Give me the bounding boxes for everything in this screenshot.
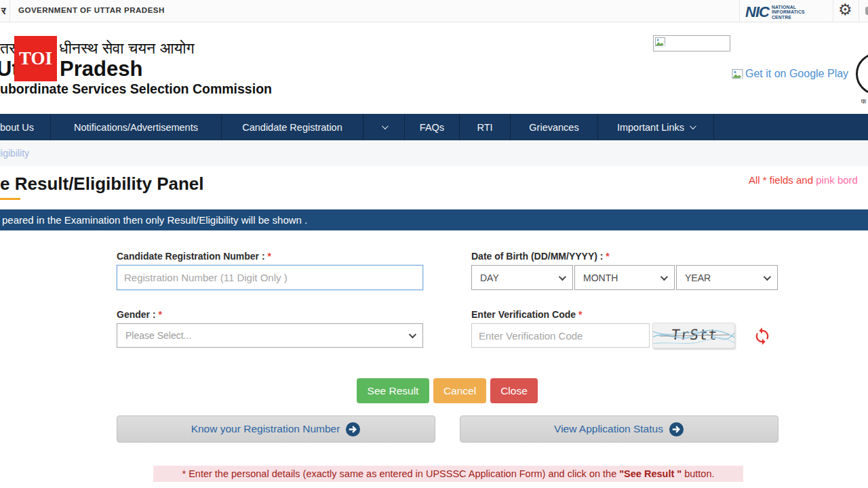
nav-registration-dropdown[interactable] bbox=[363, 114, 405, 140]
nav-faqs[interactable]: FAQs bbox=[405, 114, 460, 140]
required-asterisk: * bbox=[158, 309, 161, 320]
nic-logo-text: NATIONAL INFORMATICS CENTRE bbox=[772, 5, 805, 20]
select-value: DAY bbox=[480, 272, 499, 283]
note-text: button. bbox=[682, 468, 714, 479]
label-text: Date of Birth (DD/MM/YYYY) : bbox=[471, 251, 606, 262]
page-title: e Result/Eligibility Panel bbox=[0, 174, 204, 195]
main-nav: bout Us Notifications/Advertisements Can… bbox=[0, 114, 868, 140]
dob-selects: DAY MONTH YEAR bbox=[471, 265, 778, 290]
know-registration-number-button[interactable]: Know your Registration Number bbox=[117, 415, 435, 443]
nav-label: Important Links bbox=[617, 122, 684, 133]
select-value: Please Select... bbox=[125, 330, 191, 341]
see-result-button[interactable]: See Result bbox=[357, 378, 429, 403]
site-header: तर धीनस्थ सेवा चयन आयोग Ut Pradesh ubord… bbox=[0, 23, 868, 114]
toi-watermark: TOI bbox=[14, 36, 57, 81]
select-value: MONTH bbox=[583, 272, 618, 283]
cropped-hindi-char: र bbox=[1, 5, 6, 17]
verification-code-input[interactable] bbox=[471, 323, 650, 348]
select-value: YEAR bbox=[685, 272, 711, 283]
note-red-part: All * fields and bbox=[749, 174, 816, 186]
site-subtitle: ubordinate Services Selection Commission bbox=[0, 81, 272, 97]
divider bbox=[833, 0, 833, 22]
broken-image-icon bbox=[655, 37, 666, 47]
nav-notifications[interactable]: Notifications/Advertisements bbox=[51, 114, 222, 140]
nav-label: Notifications/Advertisements bbox=[74, 122, 198, 133]
label-text: Candidate Registration Number : bbox=[117, 251, 267, 262]
title-accent-bar bbox=[0, 198, 20, 200]
nav-about-us[interactable]: bout Us bbox=[0, 114, 51, 140]
day-select[interactable]: DAY bbox=[471, 265, 573, 290]
breadcrumb-bar: ligibility bbox=[0, 140, 868, 166]
button-label: Know your Registration Number bbox=[191, 423, 340, 435]
divider bbox=[739, 0, 740, 22]
nic-logo-abbr: NIC bbox=[745, 3, 769, 21]
required-asterisk: * bbox=[606, 251, 609, 262]
gender-label: Gender : * bbox=[117, 309, 162, 320]
nav-label: Candidate Registration bbox=[242, 122, 342, 133]
site-title-fragment: Pradesh bbox=[60, 57, 142, 81]
chevron-down-icon bbox=[409, 331, 416, 338]
gender-select[interactable]: Please Select... bbox=[117, 323, 423, 348]
nic-line: CENTRE bbox=[772, 15, 805, 20]
nav-label: FAQs bbox=[420, 122, 444, 133]
nav-label: RTI bbox=[477, 122, 492, 133]
cropped-icon bbox=[865, 7, 868, 15]
month-select[interactable]: MONTH bbox=[574, 265, 675, 290]
broken-image-icon bbox=[732, 69, 744, 79]
divider bbox=[859, 0, 859, 22]
nav-candidate-registration[interactable]: Candidate Registration bbox=[222, 114, 363, 140]
note-pink-part: pink bord bbox=[816, 174, 858, 186]
captcha-image: TrStt bbox=[652, 323, 735, 348]
nic-line: INFORMATICS bbox=[772, 9, 805, 15]
emblem-logo-cropped bbox=[856, 53, 868, 95]
view-application-status-button[interactable]: View Application Status bbox=[460, 415, 778, 443]
verification-code-label: Enter Verification Code * bbox=[471, 309, 582, 320]
top-bar: र GOVERNMENT OF UTTAR PRADESH NIC NATION… bbox=[0, 0, 868, 22]
upsssc-result-page: र GOVERNMENT OF UTTAR PRADESH NIC NATION… bbox=[0, 0, 868, 488]
chevron-down-icon bbox=[381, 123, 388, 129]
note-bold-text: "See Result " bbox=[619, 468, 682, 479]
broken-image-box bbox=[653, 35, 730, 52]
hindi-title-fragment: तर bbox=[0, 39, 16, 58]
label-text: Gender : bbox=[117, 309, 158, 320]
chevron-down-icon bbox=[764, 272, 771, 280]
breadcrumb[interactable]: ligibility bbox=[0, 148, 29, 159]
refresh-captcha-icon[interactable] bbox=[753, 327, 772, 346]
nic-logo: NIC NATIONAL INFORMATICS CENTRE bbox=[745, 3, 805, 21]
info-banner: peared in the Examination then only Resu… bbox=[0, 209, 868, 230]
google-play-label: Get it on Google Play bbox=[745, 68, 848, 80]
dob-label: Date of Birth (DD/MM/YYYY) : * bbox=[471, 251, 610, 262]
chevron-down-icon bbox=[690, 123, 696, 129]
required-asterisk: * bbox=[267, 251, 271, 262]
fields-required-note: All * fields and pink bord bbox=[749, 174, 858, 186]
nav-important-links[interactable]: Important Links bbox=[598, 114, 714, 140]
arrow-right-circle-icon bbox=[669, 422, 684, 437]
emblem-caption: फ bbox=[861, 98, 866, 106]
registration-number-input[interactable] bbox=[117, 265, 423, 290]
chevron-down-icon bbox=[660, 272, 668, 280]
nav-grievances[interactable]: Grievances bbox=[511, 114, 598, 140]
nav-label: bout Us bbox=[0, 122, 34, 133]
note-text: * Enter the personal details (exactly sa… bbox=[182, 468, 619, 479]
gear-icon[interactable]: ⚙ bbox=[838, 1, 852, 19]
button-label: View Application Status bbox=[554, 423, 663, 435]
nav-rti[interactable]: RTI bbox=[460, 114, 511, 140]
registration-number-label: Candidate Registration Number : * bbox=[117, 251, 271, 262]
close-button[interactable]: Close bbox=[490, 378, 538, 403]
arrow-right-circle-icon bbox=[345, 422, 361, 437]
divider bbox=[9, 0, 10, 22]
hindi-title-fragment: धीनस्थ सेवा चयन आयोग bbox=[59, 39, 194, 58]
nav-label: Grievances bbox=[529, 122, 578, 133]
label-text: Enter Verification Code bbox=[471, 309, 578, 320]
required-asterisk: * bbox=[578, 309, 582, 320]
google-play-link[interactable]: Get it on Google Play bbox=[732, 68, 848, 80]
government-label: GOVERNMENT OF UTTAR PRADESH bbox=[18, 6, 165, 14]
nic-line: NATIONAL bbox=[772, 5, 805, 10]
year-select[interactable]: YEAR bbox=[676, 265, 778, 290]
cancel-button[interactable]: Cancel bbox=[433, 378, 486, 403]
chevron-down-icon bbox=[559, 272, 566, 280]
captcha-noise bbox=[653, 323, 735, 348]
instruction-note: * Enter the personal details (exactly sa… bbox=[153, 466, 743, 482]
